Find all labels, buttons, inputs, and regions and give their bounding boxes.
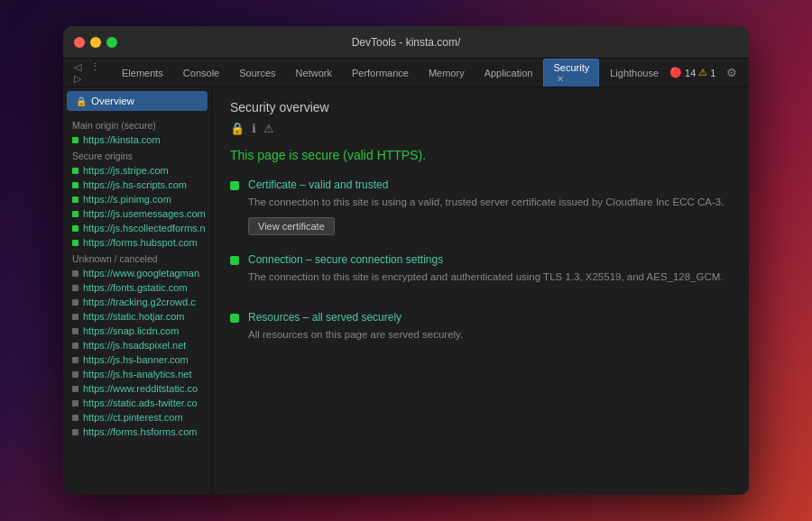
sidebar-item-unknown-11[interactable]: https://forms.hsforms.com — [63, 425, 211, 439]
sidebar-item-unknown-1[interactable]: https://fonts.gstatic.com — [63, 280, 211, 295]
secure-message: This page is secure (valid HTTPS). — [230, 148, 731, 162]
secure-dot — [72, 240, 78, 246]
certificate-desc: The connection to this site is using a v… — [248, 195, 724, 210]
tab-close-icon[interactable]: ✕ — [557, 74, 564, 84]
overview-label: Overview — [91, 96, 134, 106]
sidebar-item-unknown-7[interactable]: https://js.hs-analytics.net — [63, 367, 211, 381]
content-area: Security overview 🔒 ℹ ⚠ This page is sec… — [212, 87, 749, 495]
unknown-dot — [72, 400, 78, 407]
sidebar-item-secure-1[interactable]: https://js.hs-scripts.com — [63, 178, 211, 192]
unknown-dot — [72, 429, 78, 435]
resources-item: Resources – all served securely All reso… — [230, 311, 731, 350]
unknown-dot — [72, 386, 78, 392]
resources-desc: All resources on this page are served se… — [248, 327, 463, 343]
tab-nav-icons: ◁ ▷ ⋮ — [70, 59, 104, 87]
warning-icon[interactable]: ⚠ — [263, 122, 274, 135]
sidebar-item-unknown-2[interactable]: https://tracking.g2crowd.c — [63, 295, 211, 309]
tab-sources[interactable]: Sources — [230, 65, 284, 81]
fullscreen-button[interactable] — [106, 37, 117, 48]
secure-dot — [72, 182, 78, 188]
traffic-lights — [74, 37, 117, 48]
issues-red-count: 14 — [685, 68, 696, 78]
unknown-dot — [72, 371, 78, 378]
sidebar-item-unknown-5[interactable]: https://js.hsadspixel.net — [63, 338, 211, 352]
unknown-dot — [72, 314, 78, 320]
issues-icon: 🔴 — [669, 67, 682, 78]
overview-button[interactable]: 🔒 Overview — [67, 91, 208, 111]
sidebar-item-main-origin[interactable]: https://kinsta.com — [63, 133, 211, 147]
certificate-item: Certificate – valid and trusted The conn… — [230, 178, 731, 235]
tab-elements[interactable]: Elements — [113, 65, 172, 81]
tab-security[interactable]: Security ✕ — [543, 59, 599, 87]
connection-body: Connection – secure connection settings … — [248, 253, 724, 292]
unknown-dot — [72, 357, 78, 363]
certificate-indicator — [230, 181, 239, 190]
unknown-dot — [72, 343, 78, 349]
secure-dot — [72, 225, 78, 232]
sidebar: 🔒 Overview Main origin (secure) https://… — [63, 87, 212, 495]
resources-indicator — [230, 314, 239, 323]
sidebar-item-unknown-0[interactable]: https://www.googletagman — [63, 266, 211, 280]
main-origin-label: Main origin (secure) — [63, 116, 211, 133]
unknown-dot — [72, 285, 78, 291]
secure-origins-label: Secure origins — [63, 147, 211, 163]
sidebar-item-unknown-10[interactable]: https://ct.pinterest.com — [63, 410, 211, 425]
navigate-icon[interactable]: ◁ ▷ — [70, 59, 85, 87]
tab-right-area: 🔴 14 ⚠ 1 ⚙ ⋮ — [669, 64, 749, 81]
sidebar-item-secure-4[interactable]: https://js.hscollectedforms.n — [63, 221, 211, 235]
titlebar: DevTools - kinsta.com/ — [63, 26, 749, 59]
connection-title: Connection – secure connection settings — [248, 253, 724, 266]
settings-icon[interactable]: ⚙ — [723, 64, 741, 81]
warning-icon: ⚠ — [698, 67, 707, 78]
unknown-origins-label: Unknown / canceled — [63, 250, 211, 266]
certificate-body: Certificate – valid and trusted The conn… — [248, 178, 724, 235]
view-certificate-button[interactable]: View certificate — [248, 217, 335, 235]
tabs-bar: ◁ ▷ ⋮ Elements Console Sources Network P… — [63, 59, 749, 87]
tab-lighthouse[interactable]: Lighthouse — [601, 65, 668, 81]
window-title: DevTools - kinsta.com/ — [352, 36, 461, 49]
sidebar-item-unknown-9[interactable]: https://static.ads-twitter.co — [63, 396, 211, 410]
tab-memory[interactable]: Memory — [420, 65, 474, 81]
issues-badge[interactable]: 🔴 14 ⚠ 1 — [669, 67, 715, 78]
main-origin-url: https://kinsta.com — [83, 134, 161, 145]
issues-orange-count: 1 — [710, 68, 715, 78]
shield-icon: 🔒 — [76, 96, 87, 106]
sidebar-item-secure-2[interactable]: https://s.pinimg.com — [63, 192, 211, 206]
connection-desc: The connection to this site is encrypted… — [248, 270, 724, 285]
unknown-dot — [72, 328, 78, 334]
more-icon[interactable]: ⋮ — [748, 64, 749, 81]
minimize-button[interactable] — [90, 37, 101, 48]
close-button[interactable] — [74, 37, 85, 48]
tab-performance[interactable]: Performance — [343, 65, 418, 81]
sidebar-item-unknown-8[interactable]: https://www.redditstatic.co — [63, 381, 211, 396]
secure-dot — [72, 211, 78, 217]
sidebar-item-secure-0[interactable]: https://js.stripe.com — [63, 163, 211, 178]
unknown-dot — [72, 270, 78, 277]
resources-title: Resources – all served securely — [248, 311, 463, 324]
devtools-window: DevTools - kinsta.com/ ◁ ▷ ⋮ Elements Co… — [63, 26, 749, 495]
secure-dot — [72, 197, 78, 203]
tab-console[interactable]: Console — [174, 65, 228, 81]
secure-dot — [72, 137, 78, 143]
info-icon[interactable]: ℹ — [252, 122, 256, 135]
status-icons: 🔒 ℹ ⚠ — [230, 122, 731, 135]
resources-body: Resources – all served securely All reso… — [248, 311, 463, 350]
page-title: Security overview — [230, 100, 731, 114]
unknown-dot — [72, 415, 78, 421]
connection-item: Connection – secure connection settings … — [230, 253, 731, 292]
menu-icon[interactable]: ⋮ — [87, 59, 104, 87]
sidebar-item-unknown-6[interactable]: https://js.hs-banner.com — [63, 352, 211, 367]
unknown-dot — [72, 299, 78, 306]
certificate-title: Certificate – valid and trusted — [248, 178, 724, 191]
sidebar-item-unknown-4[interactable]: https://snap.licdn.com — [63, 324, 211, 338]
sidebar-item-unknown-3[interactable]: https://static.hotjar.com — [63, 309, 211, 324]
main-layout: 🔒 Overview Main origin (secure) https://… — [63, 87, 749, 495]
secure-dot — [72, 168, 78, 174]
sidebar-item-secure-3[interactable]: https://js.usemessages.com — [63, 206, 211, 221]
tab-application[interactable]: Application — [475, 65, 542, 81]
lock-icon[interactable]: 🔒 — [230, 122, 245, 135]
sidebar-item-secure-5[interactable]: https://forms.hubspot.com — [63, 235, 211, 250]
tab-network[interactable]: Network — [287, 65, 341, 81]
connection-indicator — [230, 256, 239, 265]
